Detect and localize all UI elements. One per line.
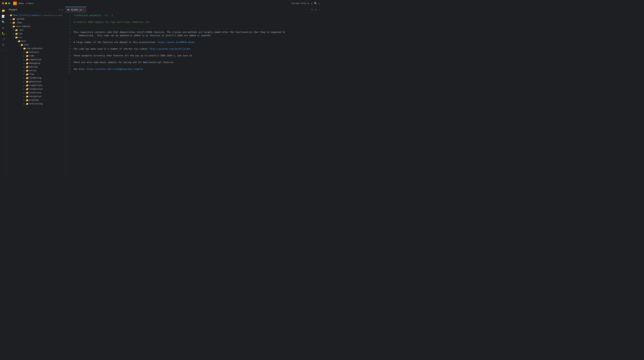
panel-collapse-icon[interactable]: ⊟: [58, 8, 60, 11]
tree-item-analysis[interactable]: ▶ 📁 analysis: [7, 50, 65, 54]
tree-item-problems[interactable]: ▶ 📁 problems: [7, 98, 65, 102]
tree-completion-label: completion: [29, 58, 41, 61]
debugging-folder-icon: 📁: [26, 62, 28, 64]
code-line-8: A large number of the features are demoe…: [74, 40, 320, 44]
tree-src-label: src: [18, 36, 22, 38]
tree-java-label: java: [24, 44, 29, 46]
tree-root-label: demo [intellij-samples]: [13, 14, 41, 16]
code-line-13: [74, 57, 320, 61]
tree-root[interactable]: ▾ 📁 demo [intellij-samples] ~/IdeaProjec…: [7, 13, 65, 17]
tree-generation-arrow: ▶: [24, 81, 26, 83]
idea-folder-icon: 📁: [12, 21, 15, 24]
tree-mvn-label: .mvn: [18, 29, 23, 31]
completion-folder-icon: 📁: [26, 58, 28, 61]
tree-item-idea[interactable]: ▶ 📁 .idea: [7, 21, 65, 24]
tree-item-flow[interactable]: ▶ 📁 flow: [7, 72, 65, 76]
editor-more-icon[interactable]: ⋯: [318, 8, 321, 12]
sidebar-icon-git[interactable]: ⎇: [1, 36, 6, 41]
problems-folder-icon: 📁: [26, 99, 28, 101]
sidebar-icon-run[interactable]: ▶: [1, 25, 6, 30]
tab-close-button[interactable]: ×: [83, 9, 84, 11]
editor-layout-icon[interactable]: ⊞: [314, 8, 317, 12]
tree-java-samples-label: java-samples: [16, 25, 30, 27]
line-num-13: 13: [66, 57, 72, 61]
tree-item-src[interactable]: ▾ 📁 src: [7, 35, 65, 39]
tree-item-github[interactable]: ▶ 📁 .github: [7, 17, 65, 21]
tree-item-java-samples[interactable]: ▾ 📁 java-samples: [7, 24, 65, 28]
editor-softrap-icon[interactable]: ⟲: [310, 8, 314, 12]
tree-intentions-label: intentions: [29, 92, 41, 94]
code-line-1: [![official project](...)(...): [74, 14, 320, 17]
tree-item-navigation[interactable]: ▶ 📁 navigation: [7, 95, 65, 98]
tree-navigation-arrow: ▶: [24, 96, 26, 97]
tree-main-label: main: [21, 40, 26, 42]
intentions-folder-icon: 📁: [26, 92, 28, 94]
link-groovy-samples[interactable]: https://github.com/trishagee/groovy-samp…: [87, 68, 143, 70]
tree-item-code[interactable]: ▶ 📁 code: [7, 54, 65, 58]
link-intellijidea[interactable]: http://youtube.com/IntelliJidea: [150, 48, 190, 50]
panel-settings-icon[interactable]: ⚙: [61, 8, 63, 11]
tree-item-java[interactable]: ▾ 📁 java: [7, 43, 65, 47]
line-num-16: 16: [66, 67, 72, 71]
formatting-folder-icon: 📁: [26, 77, 28, 79]
tree-item-lib[interactable]: ▶ 📁 lib: [7, 32, 65, 35]
code-folder-icon: 📁: [26, 55, 28, 57]
tree-item-main[interactable]: ▾ 📁 main: [7, 39, 65, 43]
window-close-button[interactable]: [2, 2, 4, 4]
tree-item-editing[interactable]: ▶ 📁 editing: [7, 65, 65, 69]
window-minimize-button[interactable]: [5, 2, 7, 4]
tree-item-entity[interactable]: ▶ 📁 entity: [7, 69, 65, 72]
tree-generation-label: generation: [29, 80, 41, 83]
tree-item-completion[interactable]: ▶ 📁 completion: [7, 58, 65, 61]
editing-folder-icon: 📁: [26, 66, 28, 68]
tree-item-formatting[interactable]: ▶ 📁 formatting: [7, 76, 65, 80]
project-name: demo: [18, 2, 24, 4]
tree-item-com-jetbrains[interactable]: ▾ 📁 com.jetbrains: [7, 47, 65, 50]
integration-folder-icon: 📁: [26, 88, 28, 90]
tree-item-integration[interactable]: ▶ 📁 integration: [7, 87, 65, 91]
tree-debugging-label: debugging: [29, 62, 40, 64]
window-maximize-button[interactable]: [8, 2, 10, 4]
tree-item-refactoring[interactable]: ▶ 📁 refactoring: [7, 102, 65, 106]
debug-icon[interactable]: ⚙: [311, 2, 312, 5]
sidebar-icon-more[interactable]: ···: [1, 48, 6, 53]
line-num-2: 2: [66, 17, 72, 20]
tree-integration-arrow: ▶: [24, 88, 26, 90]
refactoring-folder-icon: 📁: [26, 103, 28, 105]
tree-refactoring-label: refactoring: [29, 103, 42, 105]
tree-item-generation[interactable]: ▶ 📁 generation: [7, 80, 65, 83]
java-folder-icon: 📁: [20, 44, 23, 46]
current-file-label[interactable]: Current File: [292, 2, 306, 4]
branch-arrow-icon: ▾: [34, 2, 35, 4]
github-folder-icon: 📁: [12, 18, 15, 20]
sidebar-icon-structure[interactable]: ☰: [1, 42, 6, 47]
line-num-11: 11: [66, 51, 72, 54]
code-line-3: # IntelliJ IDEA Samples for Tips and Tri…: [74, 20, 320, 24]
tree-flow-arrow: ▶: [24, 73, 26, 75]
editor-text[interactable]: [![official project](...)(...) # Intelli…: [72, 13, 322, 180]
tab-readme[interactable]: M↓ README.md ×: [66, 7, 86, 13]
branch-name[interactable]: ⎇ main ▾: [25, 2, 35, 4]
sidebar-icon-commit[interactable]: 📝: [1, 14, 6, 19]
project-panel-title: Project: [9, 8, 17, 11]
tree-inspections-label: inspections: [29, 84, 42, 86]
code-line-10: The code has been used in a number of sh…: [74, 47, 320, 51]
settings-icon[interactable]: ⚙: [319, 2, 320, 5]
root-folder-icon: 📁: [10, 14, 12, 16]
sidebar-icon-search[interactable]: 🔍: [1, 19, 6, 24]
tree-item-mvn[interactable]: ▶ 📁 .mvn: [7, 28, 65, 32]
link-youtube[interactable]: https://youtu.be/9AMcN-wkspU: [158, 41, 194, 43]
main-folder-icon: 📁: [18, 40, 20, 42]
tree-java-samples-arrow: ▾: [10, 25, 12, 27]
sidebar-icon-debug[interactable]: 🐛: [1, 31, 6, 36]
tree-item-debugging[interactable]: ▶ 📁 debugging: [7, 61, 65, 65]
app-icon: ▶: [13, 1, 17, 5]
line-num-15: 15: [66, 64, 72, 67]
search-icon[interactable]: 🔍: [314, 2, 317, 5]
line-num-6: 6: [66, 30, 72, 37]
tree-item-intentions[interactable]: ▶ 📁 intentions: [7, 91, 65, 95]
tree-editing-arrow: ▶: [24, 66, 26, 68]
tree-item-inspections[interactable]: ▶ 📁 inspections: [7, 83, 65, 87]
sidebar-icon-project[interactable]: 📁: [1, 8, 6, 13]
run-icon[interactable]: ▶: [308, 2, 309, 5]
